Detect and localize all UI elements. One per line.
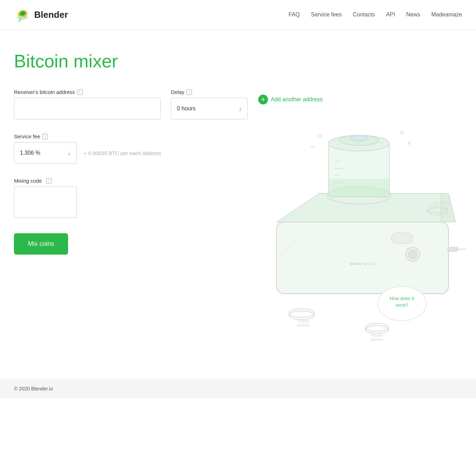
delay-field-group: Delay i 0 hours ↓ <box>171 89 248 119</box>
add-icon: + <box>258 95 268 104</box>
receiver-info-icon[interactable]: i <box>77 89 83 95</box>
add-address-label: Add another address <box>271 96 323 103</box>
fee-dropdown-arrow: ↓ <box>68 149 71 157</box>
nav-madeamaze[interactable]: Madeamaze <box>431 12 462 18</box>
svg-point-17 <box>408 250 417 259</box>
delay-value: 0 hours <box>177 105 239 112</box>
mixing-code-input[interactable] <box>14 186 77 218</box>
mixing-code-section: Mixing code i <box>14 178 462 219</box>
service-fee-field-group: Service fee i <box>14 133 462 139</box>
blender-logo-icon <box>14 6 31 23</box>
nav-api[interactable]: API <box>386 12 395 18</box>
mixing-code-info-icon[interactable]: i <box>46 178 52 184</box>
svg-rect-18 <box>448 247 458 251</box>
delay-dropdown-arrow: ↓ <box>239 105 242 112</box>
nav-news[interactable]: News <box>406 12 420 18</box>
delay-info-icon[interactable]: i <box>186 89 192 95</box>
receiver-label: Receiver's bitcoin address i <box>14 89 161 95</box>
fee-note: + 0.00025 BTC per each address <box>84 150 161 156</box>
nav-faq[interactable]: FAQ <box>289 12 300 18</box>
svg-text:address: address <box>297 323 310 327</box>
main-content: blender.io v1.0 your bitcoin forward add… <box>0 30 476 379</box>
service-fee-label: Service fee i <box>14 133 462 139</box>
svg-text:How does it: How does it <box>390 296 414 301</box>
receiver-address-input[interactable] <box>14 98 161 119</box>
header: Blender FAQ Service fees Contacts API Ne… <box>0 0 476 30</box>
svg-text:forward: forward <box>371 334 383 337</box>
address-delay-row: Receiver's bitcoin address i Delay i 0 h… <box>14 89 462 119</box>
add-address-button[interactable]: + Add another address <box>258 95 323 104</box>
footer: © 2020 Blender.io <box>0 379 476 398</box>
svg-rect-15 <box>391 233 413 244</box>
page-title: Bitcoin mixer <box>14 51 462 72</box>
svg-text:work?: work? <box>395 302 408 308</box>
svg-rect-2 <box>277 222 448 294</box>
svg-point-28 <box>365 325 388 334</box>
fee-row: 1.306 % ↓ + 0.00025 BTC per each address <box>14 142 462 164</box>
svg-line-36 <box>284 236 302 251</box>
service-fee-info-icon[interactable]: i <box>42 134 48 139</box>
svg-point-16 <box>406 247 420 262</box>
nav-service-fees[interactable]: Service fees <box>311 12 342 18</box>
svg-point-44 <box>378 286 426 321</box>
mix-coins-button[interactable]: Mix coins <box>14 233 68 255</box>
logo-text: Blender <box>34 9 68 20</box>
svg-point-24 <box>289 311 314 320</box>
fee-value: 1.306 % <box>20 150 68 156</box>
logo-area: Blender <box>14 6 68 23</box>
mixing-code-label: Mixing code i <box>14 178 462 184</box>
nav-contacts[interactable]: Contacts <box>353 12 375 18</box>
delay-select[interactable]: 0 hours ↓ <box>171 98 248 119</box>
fee-select[interactable]: 1.306 % ↓ <box>14 142 77 164</box>
copyright: © 2020 Blender.io <box>14 386 53 391</box>
svg-line-37 <box>277 247 291 258</box>
svg-text:blender.io v1.0: blender.io v1.0 <box>350 262 375 266</box>
svg-text:address: address <box>371 338 383 342</box>
receiver-field-group: Receiver's bitcoin address i <box>14 89 161 119</box>
svg-text:forward: forward <box>298 319 310 323</box>
delay-label: Delay i <box>171 89 248 95</box>
svg-point-25 <box>289 309 314 317</box>
main-nav: FAQ Service fees Contacts API News Madea… <box>289 12 462 18</box>
svg-point-29 <box>365 323 388 331</box>
